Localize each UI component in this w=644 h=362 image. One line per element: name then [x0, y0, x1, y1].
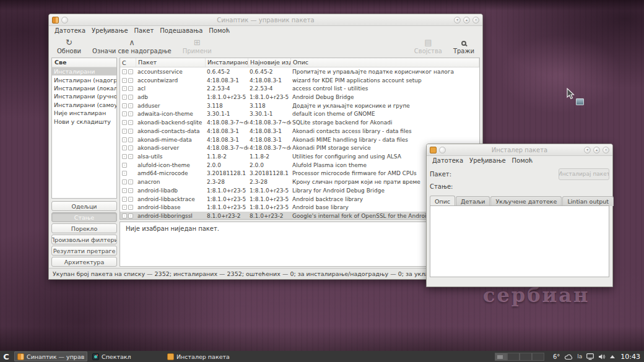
taskbar-window-button[interactable]: Спектакл — [89, 351, 162, 361]
weather-temperature[interactable]: 6° — [553, 353, 560, 360]
menu-item[interactable]: Уређивање — [466, 157, 509, 164]
filter-list-item[interactable]: Нови у складишту — [52, 117, 116, 125]
install-package-button[interactable]: Инсталирај пакет — [559, 168, 609, 180]
package-row[interactable]: alsa-utils 1.1.8-2 1.1.8-2 Utilities for… — [120, 152, 479, 161]
desktop-icon[interactable] — [576, 98, 584, 105]
menu-item[interactable]: Помоћ — [206, 27, 233, 34]
package-status-icon — [122, 179, 127, 184]
package-row[interactable]: accountwizard 4:18.08.3-1 4:18.08.3-1 wi… — [120, 76, 479, 85]
window-menu-button[interactable] — [61, 17, 68, 24]
toolbar-button[interactable]: ▤ Својства — [409, 38, 448, 54]
package-row[interactable]: android-libbase 1:8.1.0+r23-5 1:8.1.0+r2… — [120, 204, 479, 212]
sidebar-filter-button[interactable]: Резултати претраге — [51, 246, 117, 256]
installer-tab[interactable]: Укључене датотеке — [490, 196, 562, 206]
minimize-button[interactable]: ▾ — [584, 147, 591, 153]
package-supported-icon — [128, 95, 133, 100]
package-row[interactable]: akonadi-mime-data 4:18.08.3-1 4:18.08.3-… — [120, 136, 479, 144]
package-label: Пакет: — [430, 171, 451, 178]
minimize-button[interactable]: ▾ — [454, 17, 461, 24]
menu-item[interactable]: Пакет — [131, 27, 157, 34]
toolbar-button[interactable]: ∧ Означи све надоградње — [87, 38, 177, 54]
workspace-cell[interactable] — [507, 353, 520, 361]
window-menu-button[interactable] — [439, 147, 446, 153]
menu-item[interactable]: Уређивање — [89, 27, 131, 34]
installer-tab[interactable]: Lintian output — [562, 196, 614, 206]
package-description: default icon theme of GNOME — [291, 111, 479, 117]
package-row[interactable]: akonadi-contacts-data 4:18.08.3-1 4:18.0… — [120, 127, 479, 136]
package-row[interactable]: accountsservice 0.6.45-2 0.6.45-2 Пропит… — [120, 67, 479, 76]
filter-list: Све Инсталирани Инсталиран (надоградив) … — [51, 58, 117, 199]
workspace-cell[interactable] — [495, 353, 507, 361]
package-row[interactable]: anacron 2.3-28 2.3-28 Крону сличан прогр… — [120, 178, 479, 186]
toolbar-button[interactable]: ⊞ Примени — [177, 38, 217, 54]
volume-icon[interactable] — [598, 351, 606, 362]
maximize-button[interactable]: ▴ — [463, 17, 470, 24]
package-row[interactable]: adb 1:8.1.0+r23-5 1:8.1.0+r23-5 Android … — [120, 93, 479, 101]
package-row[interactable]: adduser 3.118 3.118 Додајте и уклањајте … — [120, 101, 479, 110]
weather-cloud-icon[interactable] — [564, 351, 573, 362]
package-row[interactable]: android-libboringssl 8.1.0+r23-2 8.1.0+r… — [120, 212, 479, 220]
tray-expand-icon[interactable] — [610, 355, 615, 358]
package-row[interactable]: alufold-icon-theme 2.0.0 2.0.0 Alufold P… — [120, 161, 479, 170]
sidebar-filter-button[interactable]: Порекло — [51, 223, 117, 233]
menu-item[interactable]: Помоћ — [509, 157, 536, 164]
column-header-status[interactable]: С — [120, 58, 136, 67]
installer-window-title: Инсталер пакета — [464, 147, 575, 153]
sidebar-filter-button[interactable]: Архитектура — [51, 257, 117, 267]
package-row[interactable]: acl 2.2.53-4 2.2.53-4 access control lis… — [120, 84, 479, 93]
close-button[interactable]: × — [603, 147, 609, 153]
installer-tab[interactable]: Детаљи — [456, 196, 490, 206]
menu-item[interactable]: Подешавања — [157, 27, 206, 34]
workspace-cell[interactable] — [520, 353, 532, 361]
synaptic-titlebar[interactable]: Синаптик — управник пакета ▾ ▴ × — [49, 14, 482, 26]
package-description: access control list - utilities — [291, 85, 479, 92]
package-name: adb — [136, 94, 206, 100]
sidebar-filter-button[interactable]: Стање — [51, 212, 117, 222]
sidebar-filter-button[interactable]: Произвољни филтери — [51, 235, 117, 244]
filter-list-item[interactable]: Инсталирани — [52, 67, 116, 75]
filter-list-item[interactable]: Није инсталиран — [52, 109, 116, 117]
filter-list-item[interactable]: Инсталирани (ручно) — [52, 92, 116, 100]
package-latest-version: 4:18.08.3-1 — [248, 77, 291, 84]
package-status-icon — [122, 205, 127, 210]
column-header-latest[interactable]: Најновије издање — [248, 58, 291, 67]
maximize-button[interactable]: ▴ — [593, 147, 600, 153]
package-row[interactable]: akonadi-server 4:18.08.3-7~deb10u 4:18.0… — [120, 144, 479, 152]
filter-list-header[interactable]: Све — [52, 58, 116, 67]
menu-item[interactable]: Датотека — [51, 27, 89, 34]
clock[interactable]: 10:43 — [620, 353, 640, 361]
package-installed-version: 4:18.08.3-1 — [206, 77, 248, 84]
menu-item[interactable]: Датотека — [429, 157, 466, 164]
package-status-icon — [122, 188, 127, 193]
package-row[interactable]: akonadi-backend-sqlite 4:18.08.3-7~deb10… — [120, 118, 479, 127]
workspace-cell[interactable] — [532, 353, 544, 361]
toolbar-button[interactable]: Тражи — [448, 38, 480, 54]
filter-list-item[interactable]: Инсталирани (локални или за — [52, 84, 116, 92]
package-row[interactable]: amd64-microcode 3.20181128.1 3.20181128.… — [120, 170, 479, 178]
column-header-package[interactable]: Пакет — [136, 58, 206, 67]
filter-list-item[interactable]: Инсталиран (надоградив) — [52, 75, 116, 84]
column-header-installed[interactable]: Инсталирано издање — [206, 58, 248, 67]
package-description: Пропитајте и управљајте податке кориснич… — [291, 69, 479, 75]
applications-menu-button[interactable]: C — [0, 352, 12, 361]
keyboard-layout-indicator[interactable]: la — [577, 353, 582, 360]
installer-titlebar[interactable]: Инсталер пакета ▾ ▴ × — [427, 144, 612, 156]
column-header-description[interactable]: Опис — [291, 58, 479, 67]
installer-tab[interactable]: Опис — [430, 196, 455, 206]
taskbar-window-button[interactable]: Инсталер пакета — [164, 351, 237, 361]
package-installed-version: 2.2.53-4 — [206, 85, 248, 92]
installer-body: Пакет: Инсталирај пакет Стање: Опис Дета… — [427, 165, 612, 287]
sidebar-filter-button[interactable]: Одељци — [51, 201, 117, 211]
package-supported-icon — [128, 69, 133, 74]
package-row[interactable]: adwaita-icon-theme 3.30.1-1 3.30.1-1 def… — [120, 110, 479, 119]
toolbar-button[interactable]: ↻ Обнови — [51, 38, 87, 54]
filter-list-item[interactable]: Инсталирани (самоуклоњиви) — [52, 101, 116, 109]
close-button[interactable]: × — [472, 17, 479, 24]
display-icon[interactable] — [586, 351, 594, 362]
taskbar-window-button[interactable]: Синаптик — управник пакета — [14, 351, 87, 361]
package-row[interactable]: android-libbacktrace 1:8.1.0+r23-5 1:8.1… — [120, 195, 479, 204]
package-row[interactable]: android-libadb 1:8.1.0+r23-5 1:8.1.0+r23… — [120, 186, 479, 195]
installer-description-textview[interactable] — [430, 205, 609, 277]
package-name: android-libbase — [136, 204, 206, 210]
package-description: Akonadi contacts access library - data f… — [291, 128, 479, 134]
